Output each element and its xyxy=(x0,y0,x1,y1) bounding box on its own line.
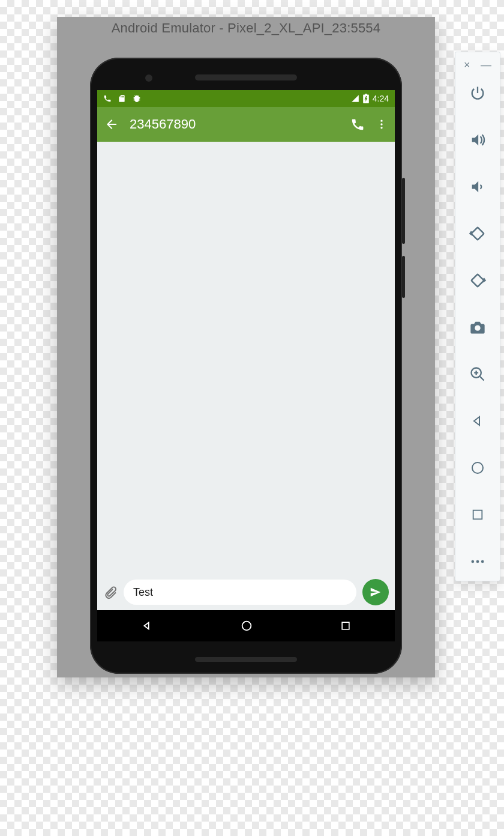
svg-point-3 xyxy=(242,622,251,631)
svg-point-11 xyxy=(472,560,475,563)
compose-bar: Test xyxy=(97,574,395,610)
volume-up-icon[interactable] xyxy=(466,128,490,152)
svg-point-2 xyxy=(380,127,382,129)
messages-area[interactable] xyxy=(97,142,395,574)
phone-screen: 4:24 234567890 xyxy=(97,90,395,641)
close-icon[interactable]: × xyxy=(464,59,470,70)
svg-point-13 xyxy=(481,560,484,563)
phone-side-button xyxy=(402,256,405,298)
phone-chin xyxy=(195,657,297,662)
volume-down-icon[interactable] xyxy=(466,175,490,199)
home-nav-icon[interactable] xyxy=(466,456,490,480)
overflow-menu-icon[interactable] xyxy=(376,118,388,130)
app-bar: 234567890 xyxy=(97,107,395,142)
overview-nav-icon[interactable] xyxy=(466,503,490,527)
emulator-window: Android Emulator - Pixel_2_XL_API_23:555… xyxy=(57,17,435,677)
nav-back-icon[interactable] xyxy=(140,619,154,632)
rotate-right-icon[interactable] xyxy=(466,268,490,292)
phone-side-button xyxy=(402,178,405,244)
debug-icon xyxy=(132,94,142,103)
status-time: 4:24 xyxy=(373,94,389,103)
back-nav-icon[interactable] xyxy=(466,409,490,433)
status-bar: 4:24 xyxy=(97,90,395,107)
svg-rect-4 xyxy=(342,622,349,629)
minimize-icon[interactable]: — xyxy=(481,59,491,70)
phone-bezel: 4:24 234567890 xyxy=(90,58,402,674)
camera-icon[interactable] xyxy=(466,315,490,339)
svg-point-0 xyxy=(380,120,382,122)
rotate-left-icon[interactable] xyxy=(466,222,490,246)
svg-point-7 xyxy=(475,326,480,331)
svg-point-12 xyxy=(476,560,479,563)
send-button[interactable] xyxy=(362,579,389,605)
attach-icon[interactable] xyxy=(103,585,118,599)
signal-icon xyxy=(351,94,359,103)
message-input-text: Test xyxy=(133,586,153,599)
more-horiz-icon[interactable] xyxy=(466,550,490,574)
svg-rect-5 xyxy=(471,227,484,240)
phone-camera xyxy=(145,74,152,82)
call-icon[interactable] xyxy=(350,117,365,132)
zoom-in-icon[interactable] xyxy=(466,362,490,386)
emulator-toolbar: × — xyxy=(455,52,500,581)
sd-card-icon xyxy=(118,94,126,103)
phone-earpiece xyxy=(195,74,297,80)
battery-icon xyxy=(363,94,369,103)
back-arrow-icon[interactable] xyxy=(104,117,119,132)
android-nav-bar xyxy=(97,610,395,641)
svg-rect-6 xyxy=(471,274,484,286)
power-icon[interactable] xyxy=(466,81,490,105)
svg-rect-10 xyxy=(473,510,482,519)
message-input[interactable]: Test xyxy=(124,580,356,605)
nav-recents-icon[interactable] xyxy=(340,620,352,632)
phone-icon xyxy=(103,94,112,103)
conversation-title: 234567890 xyxy=(130,117,196,132)
svg-point-9 xyxy=(472,462,483,473)
nav-home-icon[interactable] xyxy=(240,619,253,632)
emulator-title: Android Emulator - Pixel_2_XL_API_23:555… xyxy=(57,20,435,36)
svg-point-1 xyxy=(380,123,382,125)
